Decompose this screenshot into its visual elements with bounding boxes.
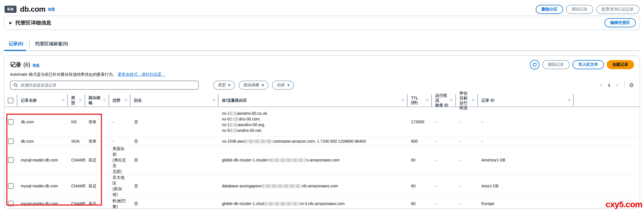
alias-cell: 否 [130,119,218,125]
column-header-routing-policy[interactable]: 路由策略 ▽ [85,94,109,106]
evaluate-health-cell: - [456,157,478,163]
next-page-button[interactable]: › [614,82,621,88]
records-info-link[interactable]: 信息 [32,63,40,68]
type-filter-label: 类型 [218,83,226,88]
chevron-down-icon: ▼ [287,84,289,87]
record-name-cell: mysql-reader.db.com [17,183,68,189]
select-all-checkbox[interactable] [8,98,13,103]
record-name-cell: mysql-reader.db.com [17,201,68,206]
health-check-cell: - [432,201,456,206]
health-check-cell: - [432,157,456,163]
value-text: .rds.amazonaws.com [300,184,338,188]
column-header-weight[interactable]: 优势 ▽ [109,94,130,106]
search-mode-hint: Automatic 模式是当前已针对最佳筛选结果优化的搜索行为。 要更改模式，请… [4,72,640,77]
previous-page-button[interactable]: ‹ [598,82,605,88]
record-id-cell: America's DB [478,157,574,163]
sort-icon: ▽ [402,99,404,102]
test-record-button[interactable]: 测试记录 [566,5,593,14]
edit-hosted-zone-button[interactable]: 编辑托管区 [604,18,636,27]
record-type-cell: CNAME [68,201,85,206]
private-zone-badge: 私有 [5,6,17,13]
column-label: 优势 [113,98,120,103]
create-record-button[interactable]: 创建记录 [607,60,634,69]
pagination: ‹ 1 › ⚙ [598,81,634,89]
active-tab-underline [4,50,26,51]
column-header-record-name[interactable]: 记录名称 ▽ [17,94,68,106]
record-search-box [10,81,199,90]
row-checkbox[interactable] [8,157,14,163]
refresh-icon [532,62,537,67]
table-header-row: 记录名称 ▽ 类型 ▽ 路由策略 ▽ 优势 ▽ 别名 ▽ 值/流量路由至 ▽ [4,94,640,107]
page-header: 私有 db.com 信息 删除分区 测试记录 配置查询日志记录 [0,0,644,16]
value-text: dns-00.com. [239,117,261,121]
value-text: ns-1 [222,111,230,116]
delete-zone-button[interactable]: 删除分区 [536,5,563,14]
weight-line: - [113,119,127,125]
change-mode-settings-link[interactable]: 要更改模式，请转到设置。 [118,72,165,77]
record-type-cell: NS [68,119,85,125]
row-checkbox[interactable] [8,138,14,144]
column-header-health-check-id[interactable]: 运行状况 检查 ID ▽ [432,94,456,106]
record-search-input[interactable] [20,83,195,87]
weight-line: 北部) [113,169,127,174]
column-label: 类型 [71,95,78,106]
tab-records[interactable]: 记录(6) [4,38,28,50]
alias-cell: 否 [130,183,218,189]
records-actions: 删除记录 导入区文件 创建记录 [530,60,634,69]
health-check-cell: - [432,119,456,125]
chevron-down-icon: ▼ [262,84,264,87]
value-line: ns-5wsdns-00.net. [222,128,404,133]
health-check-cell: - [432,183,456,189]
record-type-cell: SOA [68,138,85,144]
evaluate-health-cell: - [456,183,478,189]
weight-cell: - [109,138,130,144]
sort-icon: ▽ [450,99,453,102]
weight-line: - [113,138,127,144]
evaluate-health-cell: - [456,138,478,144]
column-header-type[interactable]: 类型 ▽ [68,94,85,106]
routing-policy-cell: 简单 [85,119,109,125]
import-zone-file-button[interactable]: 导入区文件 [573,60,604,69]
column-header-value[interactable]: 值/流量路由至 ▽ [218,94,408,106]
alias-cell: 否 [130,138,218,144]
sort-icon: ▽ [103,99,106,102]
evaluate-health-cell: - [456,119,478,125]
refresh-button[interactable] [530,60,539,69]
record-id-cell: - [478,138,574,144]
tab-tags-label: 托管区域标签(0) [35,41,68,46]
zone-info-link[interactable]: 信息 [48,7,55,12]
alias-filter-dropdown[interactable]: 别名 ▼ [272,81,294,90]
table-row: mysql-reader.db.com CNAME 延迟 欧洲(巴黎) 否 gl… [4,198,640,209]
sort-icon: ▽ [426,99,428,102]
configure-query-logging-button[interactable]: 配置查询日志记录 [596,5,639,14]
column-header-record-id[interactable]: 记录 ID ▽ [478,94,574,106]
chevron-down-icon: ▼ [228,84,230,87]
routing-policy-filter-dropdown[interactable]: 路由策略 ▼ [239,81,269,90]
table-row: db.com NS 简单 - 否 ns-1awsdns-00.co.uk. ns… [4,107,640,137]
record-name-cell: db.com [17,119,68,125]
value-line: globle-db-cluster-1.cluster-rs.amazonaws… [222,157,404,163]
value-text: awsdns-00.co.uk. [237,111,268,116]
column-header-evaluate-target-health[interactable]: 评估目标 运行状况 ▽ [456,94,478,106]
weight-line: 美国东部 [113,146,127,157]
routing-policy-cell: 延迟 [85,157,109,163]
row-checkbox[interactable] [8,201,14,206]
column-header-ttl[interactable]: TTL (秒) ▽ [408,94,432,106]
column-header-spacer [574,94,640,106]
type-filter-dropdown[interactable]: 类型 ▼ [213,81,235,90]
record-id-cell: Asia's DB [478,183,574,189]
tab-hosted-zone-tags[interactable]: 托管区域标签(0) [30,38,73,50]
value-text: database-assingapore [222,184,261,188]
row-checkbox[interactable] [8,183,14,189]
redaction-blur [230,123,238,127]
records-count: (6) [23,62,30,68]
column-label: 别名 [134,98,142,103]
column-header-alias[interactable]: 别名 ▽ [130,94,218,106]
row-checkbox[interactable] [8,119,14,125]
gear-icon[interactable]: ⚙ [629,82,634,88]
hosted-zone-details-toggle[interactable]: ▶ 托管区详细信息 [9,19,51,26]
records-card: 记录 (6) 信息 删除记录 导入区文件 创建记录 Automatic 模式是当… [4,56,640,209]
delete-record-button[interactable]: 删除记录 [542,60,570,69]
weight-cell: 亚太地区 (新加坡) [109,175,130,197]
value-text: ns-1536.aws [222,139,244,144]
